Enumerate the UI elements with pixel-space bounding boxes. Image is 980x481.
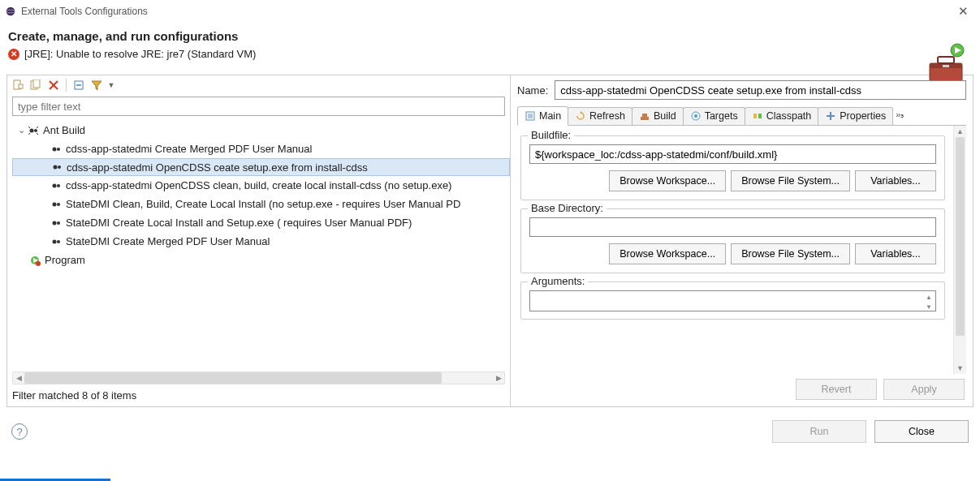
- scrollbar-thumb[interactable]: [956, 137, 965, 336]
- svg-point-27: [53, 183, 57, 187]
- tab-bar: Main Refresh Build Targets Classpath: [517, 105, 966, 126]
- svg-line-21: [37, 127, 38, 128]
- targets-icon: [690, 110, 702, 122]
- error-text: [JRE]: Unable to resolve JRE: jre7 (Stan…: [24, 48, 256, 60]
- browse-workspace-button[interactable]: Browse Workspace...: [609, 170, 726, 191]
- tree-node-ant-build[interactable]: ⌄ Ant Build: [12, 121, 510, 140]
- tree-item[interactable]: cdss-app-statedmi Create Merged PDF User…: [12, 140, 510, 158]
- help-icon[interactable]: ?: [11, 423, 28, 440]
- chevron-up-icon[interactable]: ▲: [923, 292, 935, 303]
- chevron-down-icon[interactable]: ⌄: [15, 125, 27, 135]
- chevron-down-icon[interactable]: ▼: [923, 303, 935, 313]
- tree-item[interactable]: StateDMI Create Merged PDF User Manual: [12, 232, 510, 251]
- tab-targets[interactable]: Targets: [683, 107, 745, 125]
- tab-label: Classpath: [766, 110, 812, 122]
- tab-overflow-icon[interactable]: »₃: [892, 108, 907, 122]
- run-button[interactable]: Run: [772, 420, 866, 443]
- horizontal-scrollbar[interactable]: ◀ ▶: [12, 371, 505, 384]
- tree-node-program[interactable]: Program: [12, 251, 510, 269]
- scroll-right-icon[interactable]: ▶: [493, 372, 504, 384]
- toolbar-menu-chevron-icon[interactable]: ▼: [107, 78, 115, 92]
- svg-point-34: [57, 240, 60, 243]
- tree-item-label: cdss-app-statedmi OpenCDSS ceate setup.e…: [67, 161, 368, 174]
- base-directory-group: Base Directory: Browse Workspace... Brow…: [520, 208, 945, 273]
- tree-item-label: cdss-app-statedmi OpenCDSS clean, build,…: [66, 179, 451, 191]
- tree-item-label: StateDMI Clean, Build, Create Local Inst…: [66, 198, 460, 210]
- ant-icon: [50, 198, 63, 211]
- arguments-input[interactable]: [529, 290, 936, 311]
- svg-point-33: [53, 239, 57, 243]
- tab-properties[interactable]: Properties: [818, 107, 893, 125]
- svg-point-29: [53, 202, 57, 206]
- scroll-down-icon[interactable]: ▼: [954, 363, 966, 374]
- tree-item[interactable]: cdss-app-statedmi OpenCDSS ceate setup.e…: [12, 158, 510, 176]
- svg-line-22: [37, 133, 38, 135]
- ant-icon: [50, 143, 63, 156]
- delete-config-icon[interactable]: [46, 78, 61, 92]
- refresh-icon: [575, 110, 586, 122]
- scrollbar-thumb[interactable]: [24, 372, 442, 384]
- svg-rect-43: [641, 117, 649, 120]
- filter-status: Filter matched 8 of 8 items: [7, 386, 510, 406]
- browse-filesystem-button[interactable]: Browse File System...: [731, 170, 850, 191]
- ant-icon: [50, 161, 63, 174]
- config-tree[interactable]: ⌄ Ant Build cdss-app-statedmi Create Mer…: [7, 119, 510, 368]
- error-icon: ✕: [8, 49, 19, 60]
- scroll-up-icon[interactable]: ▲: [954, 126, 966, 137]
- svg-point-32: [57, 221, 60, 225]
- filter-icon[interactable]: [89, 78, 104, 92]
- tab-build[interactable]: Build: [632, 107, 684, 125]
- svg-rect-50: [830, 112, 831, 120]
- tree-item[interactable]: StateDMI Clean, Build, Create Local Inst…: [12, 195, 510, 213]
- page-title: Create, manage, and run configurations: [8, 29, 969, 43]
- left-panel: ▼ ⌄ Ant Build cdss-app-statedmi Create M…: [7, 75, 511, 406]
- arguments-spinner[interactable]: ▲▼: [923, 292, 935, 312]
- tab-classpath[interactable]: Classpath: [745, 107, 819, 125]
- svg-point-26: [58, 165, 61, 169]
- main-tab-icon: [525, 110, 536, 122]
- apply-button[interactable]: Apply: [883, 379, 965, 400]
- build-icon: [639, 110, 650, 122]
- name-input[interactable]: [555, 80, 966, 100]
- tree-node-label: Ant Build: [43, 124, 85, 136]
- svg-point-25: [54, 165, 58, 170]
- tab-main[interactable]: Main: [517, 106, 568, 126]
- tree-item[interactable]: StateDMI Create Local Install and Setup.…: [12, 213, 510, 232]
- svg-rect-47: [753, 114, 757, 118]
- footer: ? Run Close: [0, 412, 980, 446]
- svg-rect-11: [33, 79, 40, 88]
- base-directory-input[interactable]: [529, 217, 936, 237]
- svg-point-37: [36, 261, 41, 266]
- browse-workspace-button[interactable]: Browse Workspace...: [609, 243, 726, 264]
- svg-marker-16: [92, 81, 101, 90]
- ant-icon: [50, 179, 63, 192]
- svg-rect-7: [943, 65, 949, 67]
- revert-button[interactable]: Revert: [796, 379, 877, 400]
- titlebar: External Tools Configurations ✕: [0, 0, 980, 19]
- variables-button[interactable]: Variables...: [855, 170, 936, 191]
- close-icon[interactable]: ✕: [953, 4, 974, 19]
- tab-label: Targets: [705, 110, 738, 122]
- main-region: ▼ ⌄ Ant Build cdss-app-statedmi Create M…: [6, 75, 974, 407]
- ant-icon: [27, 124, 40, 137]
- collapse-all-icon[interactable]: [71, 78, 86, 92]
- vertical-scrollbar[interactable]: ▲ ▼: [953, 126, 966, 374]
- buildfile-input[interactable]: [529, 144, 936, 164]
- buildfile-group: Buildfile: Browse Workspace... Browse Fi…: [520, 135, 945, 200]
- ant-icon: [50, 235, 63, 248]
- window-title: External Tools Configurations: [21, 6, 148, 17]
- scroll-left-icon[interactable]: ◀: [13, 372, 24, 384]
- tab-refresh[interactable]: Refresh: [568, 107, 632, 125]
- duplicate-config-icon[interactable]: [28, 78, 43, 92]
- tree-item[interactable]: cdss-app-statedmi OpenCDSS clean, build,…: [12, 176, 510, 195]
- close-button[interactable]: Close: [874, 420, 969, 443]
- buildfile-label: Buildfile:: [528, 129, 574, 141]
- svg-line-19: [28, 127, 30, 128]
- new-config-icon[interactable]: [11, 78, 25, 92]
- tab-label: Properties: [840, 110, 886, 122]
- variables-button[interactable]: Variables...: [855, 243, 936, 264]
- ant-icon: [50, 217, 63, 230]
- tree-item-label: StateDMI Create Merged PDF User Manual: [66, 235, 270, 247]
- filter-input[interactable]: [12, 97, 505, 116]
- browse-filesystem-button[interactable]: Browse File System...: [731, 243, 850, 264]
